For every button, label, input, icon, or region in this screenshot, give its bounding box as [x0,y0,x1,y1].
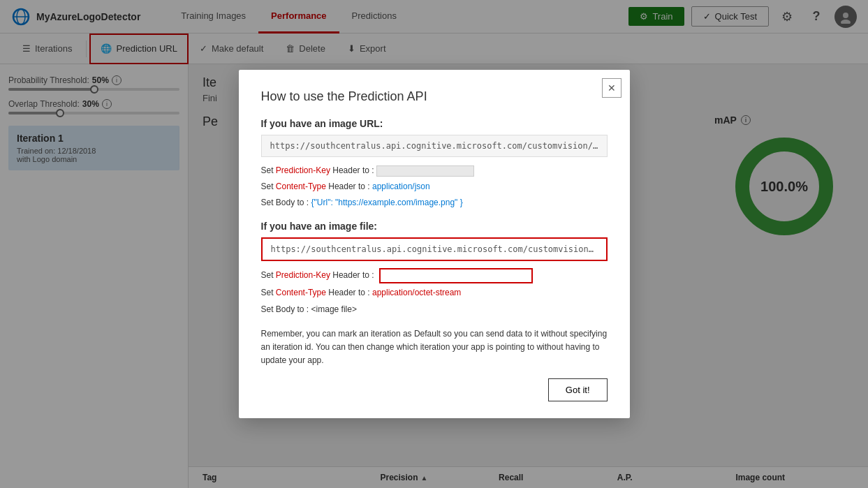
modal-title: How to use the Prediction API [261,89,608,104]
modal-overlay[interactable]: ✕ How to use the Prediction API If you h… [0,0,868,488]
set-row-1: Set Prediction-Key Header to : [261,164,608,177]
modal-close-button[interactable]: ✕ [602,78,621,98]
section2-title: If you have an image file: [261,221,608,232]
url-box-2[interactable]: https://southcentralus.api.cognitive.mic… [261,237,608,261]
gotit-button[interactable]: Got it! [548,378,608,401]
modal-footer: Got it! [261,378,608,401]
set-row-6: Set Body to : <image file> [261,303,608,316]
set-row-2: Set Content-Type Header to : application… [261,180,608,193]
info-text: Remember, you can mark an iteration as D… [261,327,608,368]
prediction-key-input[interactable] [379,268,533,283]
prediction-api-modal: ✕ How to use the Prediction API If you h… [239,70,630,419]
set-row-5: Set Content-Type Header to : application… [261,286,608,300]
set-key-2: Prediction-Key [276,270,330,280]
ct-val-1: application/json [372,182,430,191]
body-val-1: {"Url": "https://example.com/image.png" … [311,198,463,207]
close-icon: ✕ [608,82,616,94]
url-box-1[interactable]: https://southcentralus.api.cognitive.mic… [261,135,608,157]
section1-title: If you have an image URL: [261,118,608,129]
set-key-1: Prediction-Key [276,165,330,175]
set-row-3: Set Body to : {"Url": "https://example.c… [261,196,608,209]
content-type-key-2: Content-Type [276,288,326,297]
set-row-4: Set Prediction-Key Header to : [261,268,608,283]
content-type-key-1: Content-Type [276,182,326,191]
ct-val-2: application/octet-stream [372,288,461,297]
